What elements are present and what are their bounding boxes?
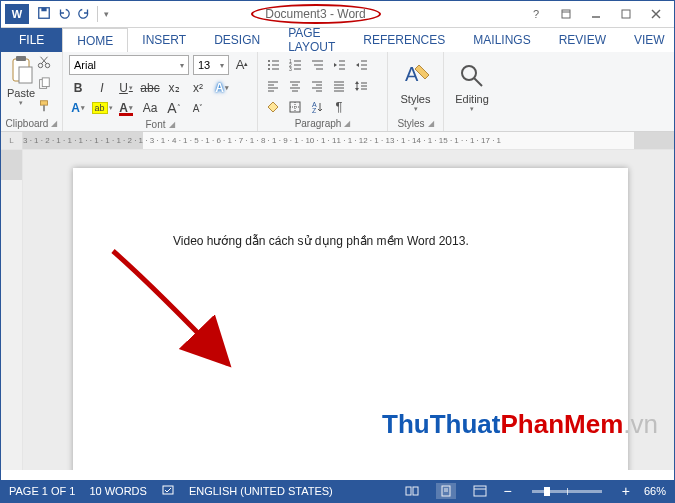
increase-indent-icon[interactable]: [352, 56, 370, 74]
styles-button[interactable]: A: [399, 59, 433, 93]
close-icon[interactable]: [642, 4, 670, 24]
paste-icon: [7, 55, 35, 85]
decrease-indent-icon[interactable]: [330, 56, 348, 74]
tab-page-layout[interactable]: PAGE LAYOUT: [274, 28, 349, 52]
page-area[interactable]: Video hướng dẫn cách sử dụng phần mềm Wo…: [23, 150, 674, 470]
ruler-ticks: 3 · 1 · 2 · 1 · 1 · 1 · · 1 · 1 · 1 · 2 …: [23, 136, 674, 145]
tab-view[interactable]: VIEW: [620, 28, 675, 52]
help-icon[interactable]: ?: [522, 4, 550, 24]
zoom-percent[interactable]: 66%: [644, 485, 666, 497]
ruler-horizontal[interactable]: L 3 · 1 · 2 · 1 · 1 · 1 · · 1 · 1 · 1 · …: [1, 132, 674, 150]
editing-button[interactable]: [455, 59, 489, 93]
multilevel-list-icon[interactable]: [308, 56, 326, 74]
view-web-icon[interactable]: [470, 483, 490, 499]
svg-text:3: 3: [289, 66, 292, 72]
save-icon[interactable]: [37, 6, 51, 23]
tab-selector-icon[interactable]: L: [1, 132, 23, 149]
clipboard-group-label: Clipboard: [6, 118, 49, 129]
styles-launcher-icon[interactable]: ◢: [428, 119, 434, 128]
superscript-button[interactable]: x²: [189, 79, 207, 97]
align-left-icon[interactable]: [264, 77, 282, 95]
paste-label: Paste: [7, 87, 35, 99]
zoom-slider[interactable]: [532, 490, 602, 493]
svg-rect-5: [622, 10, 630, 18]
redo-icon[interactable]: [77, 6, 91, 23]
justify-icon[interactable]: [330, 77, 348, 95]
watermark: ThuThuatPhanMem.vn: [382, 409, 658, 440]
status-proofing-icon[interactable]: [161, 483, 175, 499]
ribbon: Paste ▾ Clipboard◢ Arial▾ 13▾ A▴ B I U▾ …: [1, 52, 674, 132]
document-workspace: Video hướng dẫn cách sử dụng phần mềm Wo…: [1, 150, 674, 470]
paste-button[interactable]: Paste ▾: [7, 55, 35, 117]
borders-icon[interactable]: [286, 98, 304, 116]
tab-file[interactable]: FILE: [1, 28, 62, 52]
svg-line-67: [474, 78, 482, 86]
ribbon-display-icon[interactable]: [552, 4, 580, 24]
group-clipboard: Paste ▾ Clipboard◢: [1, 52, 63, 131]
ruler-vertical[interactable]: [1, 150, 23, 470]
italic-button[interactable]: I: [93, 79, 111, 97]
view-read-icon[interactable]: [402, 483, 422, 499]
font-size-combo[interactable]: 13▾: [193, 55, 229, 75]
underline-button[interactable]: U▾: [117, 79, 135, 97]
bullets-icon[interactable]: [264, 56, 282, 74]
highlight-button[interactable]: ab▾: [93, 99, 111, 117]
show-marks-icon[interactable]: ¶: [330, 98, 348, 116]
status-bar: PAGE 1 OF 1 10 WORDS ENGLISH (UNITED STA…: [1, 480, 674, 502]
line-spacing-icon[interactable]: [352, 77, 370, 95]
font-group-label: Font: [145, 119, 165, 130]
sort-icon[interactable]: AZ: [308, 98, 326, 116]
styles-label: Styles: [394, 93, 437, 105]
align-right-icon[interactable]: [308, 77, 326, 95]
align-center-icon[interactable]: [286, 77, 304, 95]
word-app-icon: W: [5, 4, 29, 24]
zoom-in-button[interactable]: +: [622, 483, 630, 499]
editing-label: Editing: [450, 93, 494, 105]
strikethrough-button[interactable]: abc: [141, 79, 159, 97]
svg-line-14: [41, 57, 47, 64]
format-painter-icon[interactable]: [37, 99, 51, 117]
svg-point-19: [268, 60, 270, 62]
cut-icon[interactable]: [37, 55, 51, 73]
tab-mailings[interactable]: MAILINGS: [459, 28, 544, 52]
svg-line-13: [42, 57, 48, 64]
text-effects-button[interactable]: A▾: [213, 79, 231, 97]
zoom-out-button[interactable]: −: [504, 483, 512, 499]
font-launcher-icon[interactable]: ◢: [169, 120, 175, 129]
numbering-icon[interactable]: 123: [286, 56, 304, 74]
tab-review[interactable]: REVIEW: [545, 28, 620, 52]
undo-icon[interactable]: [57, 6, 71, 23]
font-color-button[interactable]: A▾: [117, 99, 135, 117]
font-name-combo[interactable]: Arial▾: [69, 55, 189, 75]
tab-home[interactable]: HOME: [62, 28, 128, 52]
subscript-button[interactable]: x₂: [165, 79, 183, 97]
minimize-icon[interactable]: [582, 4, 610, 24]
tab-references[interactable]: REFERENCES: [349, 28, 459, 52]
paragraph-launcher-icon[interactable]: ◢: [344, 119, 350, 128]
svg-rect-17: [41, 101, 48, 105]
tab-design[interactable]: DESIGN: [200, 28, 274, 52]
maximize-icon[interactable]: [612, 4, 640, 24]
view-print-icon[interactable]: [436, 483, 456, 499]
document-body-text[interactable]: Video hướng dẫn cách sử dụng phần mềm Wo…: [173, 234, 469, 248]
bold-button[interactable]: B: [69, 79, 87, 97]
status-language[interactable]: ENGLISH (UNITED STATES): [189, 485, 333, 497]
svg-rect-10: [19, 67, 32, 83]
grow-font-icon[interactable]: A▴: [233, 55, 251, 73]
svg-rect-70: [413, 487, 418, 495]
shrink-font-button[interactable]: A˅: [189, 99, 207, 117]
svg-rect-74: [474, 486, 486, 496]
shading-icon[interactable]: [264, 98, 282, 116]
clipboard-launcher-icon[interactable]: ◢: [51, 119, 57, 128]
text-fill-button[interactable]: A▾: [69, 99, 87, 117]
change-case-button[interactable]: Aa: [141, 99, 159, 117]
grow-font-button[interactable]: A˄: [165, 99, 183, 117]
tab-insert[interactable]: INSERT: [128, 28, 200, 52]
copy-icon[interactable]: [37, 77, 51, 95]
title-bar: W ▾ Document3 - Word ?: [1, 1, 674, 28]
svg-point-11: [38, 63, 42, 67]
status-words[interactable]: 10 WORDS: [89, 485, 146, 497]
status-page[interactable]: PAGE 1 OF 1: [9, 485, 75, 497]
quick-access-toolbar: ▾: [37, 6, 109, 23]
group-styles: A Styles ▾ Styles◢: [388, 52, 444, 131]
